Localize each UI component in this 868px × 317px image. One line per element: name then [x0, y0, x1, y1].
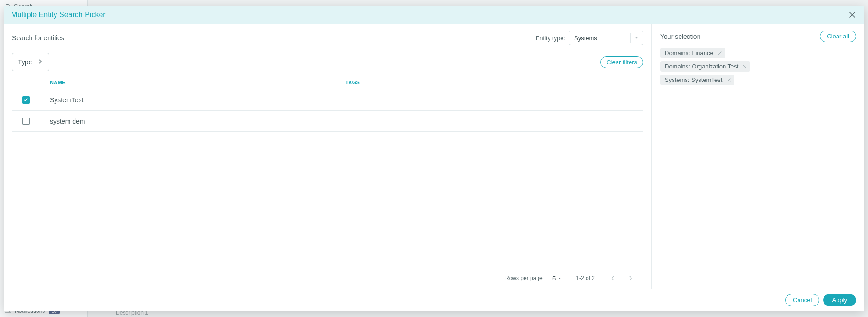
selection-chip: Domains: Organization Test	[660, 61, 750, 72]
type-filter-label: Type	[18, 58, 32, 66]
entity-type-label: Entity type:	[536, 35, 565, 42]
row-checkbox[interactable]	[22, 118, 30, 125]
chip-remove-button[interactable]	[742, 64, 748, 69]
pager-next-button[interactable]	[626, 274, 635, 282]
pager-prev-button[interactable]	[609, 274, 617, 282]
clear-filters-button[interactable]: Clear filters	[600, 56, 643, 68]
selection-chip: Domains: Finance	[660, 48, 725, 58]
chevron-down-icon	[633, 34, 640, 42]
row-name: SystemTest	[40, 96, 345, 104]
row-checkbox[interactable]	[22, 96, 30, 104]
selection-chip-label: Domains: Organization Test	[665, 63, 738, 70]
table-row[interactable]: SystemTest	[12, 89, 643, 111]
modal-title: Multiple Entity Search Picker	[11, 11, 106, 19]
selection-chip-label: Systems: SystemTest	[665, 76, 722, 83]
close-button[interactable]	[848, 10, 857, 19]
entity-picker-modal: Multiple Entity Search Picker Search for…	[4, 6, 864, 311]
chip-remove-button[interactable]	[717, 50, 723, 56]
clear-all-button[interactable]: Clear all	[820, 31, 856, 42]
row-name: system dem	[40, 118, 345, 125]
entity-type-select[interactable]: Systems	[569, 31, 643, 45]
rows-per-page-label: Rows per page:	[505, 275, 544, 281]
col-name[interactable]: NAME	[40, 80, 345, 85]
selection-title: Your selection	[660, 33, 700, 40]
pager-range: 1-2 of 2	[576, 275, 595, 281]
entity-type-value: Systems	[574, 35, 597, 42]
search-label: Search for entities	[12, 34, 64, 42]
selection-chip: Systems: SystemTest	[660, 75, 734, 85]
col-tags[interactable]: TAGS	[345, 80, 643, 85]
chevron-right-icon	[37, 58, 44, 67]
table-row[interactable]: system dem	[12, 111, 643, 132]
selection-chip-label: Domains: Finance	[665, 50, 713, 56]
chip-remove-button[interactable]	[726, 77, 731, 83]
apply-button[interactable]: Apply	[823, 294, 856, 306]
type-filter-button[interactable]: Type	[12, 53, 49, 71]
rows-per-page-select[interactable]: 5	[552, 275, 562, 282]
table-header: NAME TAGS	[12, 76, 643, 89]
cancel-button[interactable]: Cancel	[785, 294, 819, 306]
pager: Rows per page: 5 1-2 of 2	[12, 269, 643, 289]
